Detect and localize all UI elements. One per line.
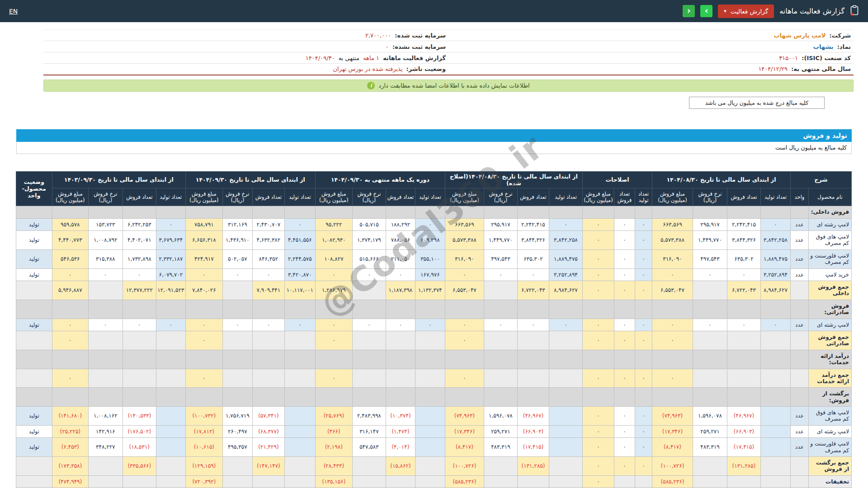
previous-report-button[interactable]: ‹ [683, 5, 695, 17]
value-cell: ۱۸۸,۲۹۲ [386, 218, 415, 230]
value-cell: ۳۱۲,۱۶۹ [222, 218, 252, 230]
value-cell [484, 206, 517, 218]
value-cell: ۰ [582, 407, 614, 426]
value-cell: ۶۳۵,۳۰۲ [727, 249, 760, 268]
value-cell: ۰ [52, 369, 88, 388]
value-cell: ۲,۲۴۲,۴۱۵ [517, 218, 549, 230]
value-cell [549, 300, 582, 319]
value-cell: ۰ [185, 331, 222, 350]
value-cell [614, 206, 635, 218]
value-cell [386, 369, 415, 388]
value-cell [760, 438, 790, 457]
product-row: لامپ رشته ایعدد۰۰۰۰۰۰۰۰۰۰۰۰۰۰۰۰۰۰۰۰۰۰۰تو… [16, 319, 851, 331]
value-cell: ۱,۰۰۸,۱۶۲ [88, 407, 123, 426]
value-cell [352, 457, 386, 476]
value-cell: (۵۸۵,۲۳۶) [445, 475, 484, 488]
value-cell [652, 300, 693, 319]
report-type-dropdown[interactable]: گزارش فعالیت ▾ [718, 5, 774, 18]
value-cell: ۹۵,۲۲۲ [315, 218, 352, 230]
column-header: اصلاحات [582, 171, 652, 188]
value-cell: ۰ [582, 281, 614, 300]
value-cell [284, 457, 315, 476]
column-header: تعداد تولید [284, 188, 315, 206]
value-cell: ۴۸۳,۳۱۹ [693, 438, 727, 457]
info-row: سال مالی منتهی به: ۱۴۰۴/۱۲/۲۹ وضعیت ناشر… [43, 64, 854, 75]
value-cell [614, 475, 635, 488]
value-cell [693, 457, 727, 476]
unit-cell: عدد [790, 438, 808, 457]
value-cell: ۲۵۹,۲۷۱ [484, 425, 517, 437]
row-name-cell: فروش داخلی: [809, 206, 852, 218]
info-row: کد صنعت (ISIC): ۳۱۵۰۰۱ گزارش فعالیت ماها… [43, 52, 854, 64]
value-cell: ۸۴۶,۳۵۲ [252, 249, 284, 268]
value-cell: (۲۵,۲۲۵) [52, 425, 88, 437]
value-cell [156, 407, 185, 426]
value-cell: ۱,۰۰۸,۷۹۲ [88, 231, 123, 250]
value-cell [284, 350, 315, 369]
value-cell [88, 331, 123, 350]
value-cell [445, 300, 484, 319]
value-cell: ۱۲,۳۷۷,۲۲۲ [123, 281, 156, 300]
value-cell: (۲۱,۴۲۹) [252, 438, 284, 457]
value-cell: (۱۴۷,۱۴۷) [252, 457, 284, 476]
row-name-cell: جمع فروش صادراتی [809, 331, 852, 350]
value-cell [549, 331, 582, 350]
language-toggle-link[interactable]: EN [9, 8, 18, 15]
column-header: تعداد فروش [386, 188, 415, 206]
unit-cell [790, 281, 808, 300]
value-cell: (۲,۱۹۸) [315, 438, 352, 457]
value-cell [284, 425, 315, 437]
value-cell [652, 350, 693, 369]
value-cell: ۳۱۵,۳۸۸ [88, 249, 123, 268]
symbol-link[interactable]: بشهاب [813, 43, 834, 50]
unit-cell: عدد [790, 319, 808, 331]
value-cell: ۱,۷۳۲,۸۹۸ [123, 249, 156, 268]
value-cell: (۷۴,۹۶۳) [445, 407, 484, 426]
value-cell [517, 369, 549, 388]
column-header: تعداد فروش [727, 188, 760, 206]
value-cell [156, 425, 185, 437]
report-copy-icon[interactable] [850, 5, 859, 18]
info-row: نماد: بشهاب سرمایه ثبت نشده: ۰ [43, 41, 854, 52]
value-cell: ۰ [284, 218, 315, 230]
value-cell: ۰ [352, 268, 386, 281]
value-cell [484, 475, 517, 488]
unit-cell: عدد [790, 249, 808, 268]
value-cell [88, 388, 123, 407]
value-cell: ۰ [156, 218, 185, 230]
value-cell: ۰ [582, 331, 614, 350]
value-cell: ۲۹۵,۹۱۷ [484, 218, 517, 230]
total-row: جمع فروش داخلی۸,۹۸۴,۶۲۷۶,۷۲۲,۰۴۳۶,۵۵۳,۰۴… [16, 281, 851, 300]
company-name-link[interactable]: لامپ پارس شهاب [774, 32, 826, 39]
value-cell: (۱۷,۸۱۲) [185, 425, 222, 437]
info-row: شرکت: لامپ پارس شهاب سرمایه ثبت شده: ۲,۷… [43, 30, 854, 41]
value-cell: ۲۶۰,۴۹۷ [222, 425, 252, 437]
value-cell [352, 281, 386, 300]
value-cell [517, 475, 549, 488]
value-cell [88, 457, 123, 476]
value-cell: ۰ [52, 331, 88, 350]
value-cell: ۰ [284, 319, 315, 331]
value-cell [415, 407, 445, 426]
value-cell: (۷۲۰,۳۹۲) [185, 475, 222, 488]
value-cell [760, 300, 790, 319]
value-cell [284, 300, 315, 319]
status-cell [16, 457, 52, 476]
value-cell: ۷,۸۴۰,۰۲۶ [185, 281, 222, 300]
value-cell [614, 300, 635, 319]
product-row: لامپ رشته ایعدد۰۲,۲۴۲,۴۱۵۲۹۵,۹۱۷۶۶۳,۵۶۹۰… [16, 218, 851, 230]
next-report-button[interactable]: › [700, 5, 712, 17]
company-label: شرکت: [830, 32, 851, 39]
value-cell [693, 388, 727, 407]
value-cell: (۶۶,۹۰۳) [517, 425, 549, 437]
value-cell: ۰ [614, 281, 635, 300]
value-cell [517, 206, 549, 218]
value-cell: ۶,۷۲۲,۰۴۳ [517, 281, 549, 300]
value-cell: ۰ [185, 319, 222, 331]
value-cell: ۱۰,۱۱۷,۰۰۱ [284, 281, 315, 300]
value-cell [123, 475, 156, 488]
value-cell: (۲۵,۷۶۹) [315, 407, 352, 426]
value-cell: ۰ [635, 425, 652, 437]
status-cell [16, 331, 52, 350]
section-row: فروش داخلی: [16, 206, 851, 218]
